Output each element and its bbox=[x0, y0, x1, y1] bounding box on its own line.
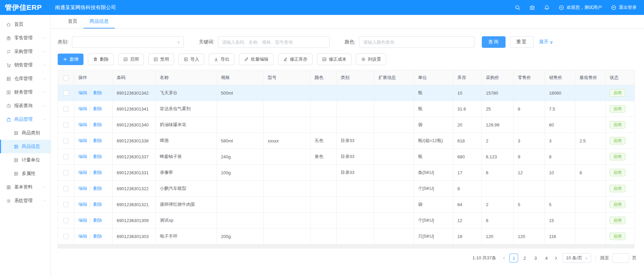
app-logo: 管伊佳ERP bbox=[0, 3, 51, 12]
tab-bar: 首页商品信息 bbox=[51, 15, 644, 29]
logout-button[interactable]: 退出登录 bbox=[611, 4, 637, 11]
toolbar: 新增删除启用禁用导入导出批量编辑修正库存修正成本列设置 bbox=[58, 54, 637, 65]
row-checkbox[interactable] bbox=[63, 218, 69, 223]
row-checkbox[interactable] bbox=[63, 91, 69, 96]
reset-button[interactable]: 重置 bbox=[510, 36, 534, 48]
close-square-icon bbox=[153, 57, 158, 62]
welcome-user[interactable]: 欢迎您，测试用户 bbox=[558, 4, 602, 11]
page-content: 类别: ∨ 关键词: 颜色: 查询 重置 展开 ∨ 新增删除启用禁用导入导出批量… bbox=[51, 36, 644, 263]
row-checkbox[interactable] bbox=[63, 202, 69, 207]
expand-link[interactable]: 展开 ∨ bbox=[539, 39, 553, 45]
horizontal-scrollbar[interactable] bbox=[58, 244, 634, 249]
delete-link[interactable]: 删除 bbox=[93, 170, 102, 175]
status-badge: 启用 bbox=[610, 233, 625, 240]
cell-color bbox=[310, 85, 337, 101]
edit-link[interactable]: 编辑 bbox=[78, 122, 87, 127]
delete-button[interactable]: 删除 bbox=[88, 54, 114, 65]
row-checkbox[interactable] bbox=[63, 234, 69, 239]
sidebar-item-purchase[interactable]: 采购管理 bbox=[0, 45, 51, 58]
delete-link[interactable]: 删除 bbox=[93, 138, 102, 143]
delete-link[interactable]: 删除 bbox=[93, 106, 102, 111]
sidebar-item-multi-attrs[interactable]: 多属性 bbox=[0, 167, 51, 180]
cell-stock: 680 bbox=[453, 149, 482, 165]
edit-link[interactable]: 编辑 bbox=[78, 154, 87, 159]
sidebar-item-finance[interactable]: 财务管理 bbox=[0, 85, 51, 99]
page-number-3[interactable]: 3 bbox=[531, 254, 540, 262]
row-checkbox[interactable] bbox=[63, 186, 69, 191]
row-checkbox[interactable] bbox=[63, 138, 69, 143]
prev-page-button[interactable] bbox=[502, 256, 506, 260]
add-button[interactable]: 新增 bbox=[58, 54, 83, 65]
delete-link[interactable]: 删除 bbox=[93, 202, 102, 207]
next-page-button[interactable] bbox=[554, 256, 558, 260]
cell-category bbox=[337, 213, 374, 229]
tab-product-info[interactable]: 商品信息 bbox=[83, 15, 115, 28]
filter-row: 类别: ∨ 关键词: 颜色: 查询 重置 展开 ∨ bbox=[58, 36, 637, 48]
category-select[interactable]: ∨ bbox=[72, 36, 184, 48]
edit-link[interactable]: 编辑 bbox=[78, 106, 87, 111]
sidebar-item-basic-data[interactable]: 基本资料 bbox=[0, 180, 51, 194]
edit-link[interactable]: 编辑 bbox=[78, 170, 87, 175]
sidebar-item-product-category[interactable]: 商品类别 bbox=[0, 126, 51, 140]
row-checkbox[interactable] bbox=[63, 170, 69, 175]
delete-link[interactable]: 删除 bbox=[93, 218, 102, 223]
column-set-button[interactable]: 列设置 bbox=[356, 54, 386, 65]
sidebar-item-warehouse[interactable]: 仓库管理 bbox=[0, 72, 51, 85]
sidebar-item-home[interactable]: 首页 bbox=[0, 18, 51, 31]
page-number-1[interactable]: 1 bbox=[509, 254, 518, 262]
edit-link[interactable]: 编辑 bbox=[78, 234, 87, 239]
cell-status: 启用 bbox=[606, 85, 635, 101]
row-checkbox[interactable] bbox=[63, 106, 69, 112]
cell-model bbox=[264, 181, 310, 197]
export-button[interactable]: 导出 bbox=[209, 54, 234, 65]
sidebar-item-sales[interactable]: 销售管理 bbox=[0, 58, 51, 72]
cell-color: 黄色 bbox=[310, 149, 337, 165]
sidebar-item-retail[interactable]: 零售管理 bbox=[0, 31, 51, 45]
search-icon[interactable] bbox=[515, 5, 520, 11]
tab-home[interactable]: 首页 bbox=[62, 15, 83, 28]
edit-link[interactable]: 编辑 bbox=[78, 90, 87, 95]
sidebar-item-product-info[interactable]: 商品信息 bbox=[0, 140, 51, 153]
edit-link[interactable]: 编辑 bbox=[78, 218, 87, 223]
sidebar-item-product-mgmt[interactable]: 商品管理 bbox=[0, 113, 51, 126]
cell-status: 启用 bbox=[606, 101, 635, 117]
bank-icon[interactable] bbox=[529, 5, 535, 11]
row-checkbox[interactable] bbox=[63, 122, 69, 127]
bell-icon[interactable] bbox=[544, 5, 550, 11]
jump-page-input[interactable] bbox=[612, 253, 629, 263]
navbar-actions: 欢迎您，测试用户 退出登录 bbox=[515, 4, 644, 11]
batch-edit-button[interactable]: 批量编辑 bbox=[239, 54, 273, 65]
delete-link[interactable]: 删除 bbox=[93, 122, 102, 127]
edit-link[interactable]: 编辑 bbox=[78, 138, 87, 143]
search-button[interactable]: 查询 bbox=[482, 36, 506, 48]
enable-button[interactable]: 启用 bbox=[118, 54, 144, 65]
delete-link[interactable]: 删除 bbox=[93, 234, 102, 239]
color-input[interactable] bbox=[359, 36, 474, 48]
page-number-4[interactable]: 4 bbox=[542, 254, 551, 262]
adjust-stock-button[interactable]: 修正库存 bbox=[278, 54, 312, 65]
page-number-2[interactable]: 2 bbox=[520, 254, 529, 262]
cell-min bbox=[575, 101, 606, 117]
sidebar-item-measure-units[interactable]: 计量单位 bbox=[0, 153, 51, 167]
sidebar-item-reports[interactable]: 报表查询 bbox=[0, 99, 51, 113]
row-checkbox[interactable] bbox=[63, 154, 69, 159]
edit-link[interactable]: 编辑 bbox=[78, 202, 87, 207]
sidebar-item-system[interactable]: 系统管理 bbox=[0, 194, 51, 207]
select-all-checkbox[interactable] bbox=[63, 75, 69, 80]
page-size-select[interactable]: 10 条/页 ∨ bbox=[563, 253, 591, 263]
edit-link[interactable]: 编辑 bbox=[78, 186, 87, 191]
cell-spec bbox=[217, 213, 264, 229]
column-header: 型号 bbox=[264, 70, 310, 85]
cell-name: 测试sp bbox=[156, 213, 217, 229]
disable-button[interactable]: 禁用 bbox=[148, 54, 174, 65]
adjust-cost-button[interactable]: 修正成本 bbox=[317, 54, 352, 65]
column-header: 零售价 bbox=[514, 70, 545, 85]
delete-link[interactable]: 删除 bbox=[93, 90, 102, 95]
keyword-input[interactable] bbox=[218, 36, 330, 48]
cell-model bbox=[264, 229, 310, 244]
cell-model bbox=[264, 85, 310, 101]
status-badge: 启用 bbox=[610, 89, 625, 97]
delete-link[interactable]: 删除 bbox=[93, 154, 102, 159]
delete-link[interactable]: 删除 bbox=[93, 186, 102, 191]
import-button[interactable]: 导入 bbox=[178, 54, 204, 65]
